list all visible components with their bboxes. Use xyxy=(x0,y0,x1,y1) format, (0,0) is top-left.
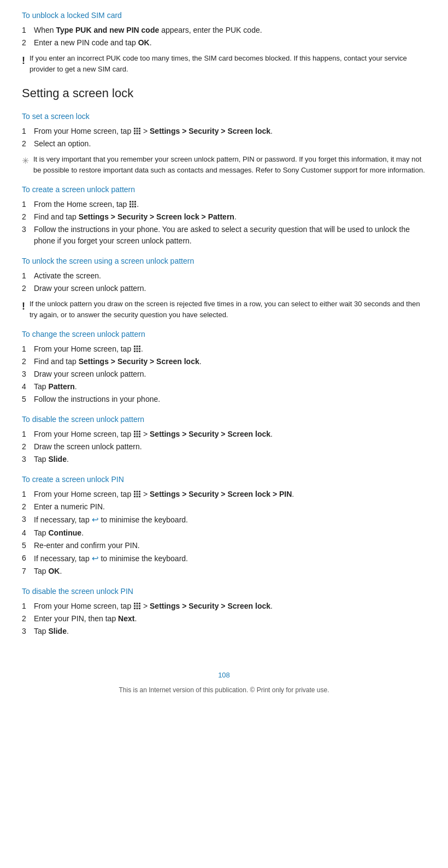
svg-rect-44 xyxy=(139,496,140,497)
svg-rect-7 xyxy=(137,133,138,134)
create-pin-step-4: 4 Tap Continue. xyxy=(22,527,426,539)
svg-rect-47 xyxy=(139,603,140,604)
svg-rect-2 xyxy=(139,128,140,129)
svg-rect-52 xyxy=(137,608,138,609)
sim-heading: To unblock a locked SIM card xyxy=(22,10,426,21)
disable-pin-step-2: 2 Enter your PIN, then tap Next. xyxy=(22,613,426,625)
svg-rect-29 xyxy=(139,431,140,432)
create-pattern-step-2: 2 Find and tap Settings > Security > Scr… xyxy=(22,211,426,223)
svg-rect-6 xyxy=(134,133,135,134)
disable-pattern-step-3: 3 Tap Slide. xyxy=(22,454,426,465)
svg-rect-4 xyxy=(137,130,138,132)
change-pattern-steps: 1 From your Home screen, tap . 2 Find an… xyxy=(22,343,426,405)
create-pin-heading: To create a screen unlock PIN xyxy=(22,474,426,485)
grid-icon-6 xyxy=(133,602,141,610)
set-screen-lock-steps: 1 From your Home screen, tap > Settings … xyxy=(22,126,426,150)
svg-rect-19 xyxy=(137,346,138,347)
change-pattern-step-2: 2 Find and tap Settings > Security > Scr… xyxy=(22,356,426,367)
disable-pin-step-3: 3 Tap Slide. xyxy=(22,626,426,637)
grid-icon-3 xyxy=(133,345,141,353)
screen-lock-section-heading: Setting a screen lock xyxy=(22,84,426,102)
grid-icon xyxy=(133,127,141,135)
grid-icon-5 xyxy=(133,490,141,498)
set-screen-lock-heading: To set a screen lock xyxy=(22,111,426,122)
svg-rect-10 xyxy=(132,201,134,203)
svg-rect-37 xyxy=(137,491,138,492)
change-pattern-step-4: 4 Tap Pattern. xyxy=(22,381,426,393)
sim-step-2: 2 Enter a new PIN code and tap OK. xyxy=(22,37,426,49)
svg-rect-31 xyxy=(137,433,138,435)
svg-rect-51 xyxy=(134,608,135,609)
create-pin-step-7: 7 Tap OK. xyxy=(22,566,426,577)
exclaim-icon-2: ! xyxy=(22,299,25,314)
sim-step-2-text: Enter a new PIN code and tap OK. xyxy=(34,37,152,49)
svg-rect-25 xyxy=(137,350,138,352)
svg-rect-13 xyxy=(132,204,134,205)
set-screen-lock-note: ✳ It is very important that you remember… xyxy=(22,154,426,175)
svg-rect-11 xyxy=(134,201,136,203)
change-pattern-step-1: 1 From your Home screen, tap . xyxy=(22,343,426,355)
footer-copyright: This is an Internet version of this publ… xyxy=(22,685,426,695)
sim-steps-list: 1 When Type PUK and new PIN code appears… xyxy=(22,25,426,49)
svg-rect-9 xyxy=(129,201,131,203)
svg-rect-39 xyxy=(134,494,135,495)
svg-rect-35 xyxy=(139,436,140,437)
unlock-pattern-heading: To unlock the screen using a screen unlo… xyxy=(22,255,426,267)
sim-step-1-num: 1 xyxy=(22,25,34,36)
create-pin-step-2: 2 Enter a numeric PIN. xyxy=(22,501,426,513)
sim-note: ! If you enter an incorrect PUK code too… xyxy=(22,53,426,74)
change-pattern-step-3: 3 Draw your screen unlock pattern. xyxy=(22,368,426,380)
disable-pattern-steps: 1 From your Home screen, tap > Settings … xyxy=(22,429,426,465)
create-pin-step-3: 3 If necessary, tap ↩ to minimise the ke… xyxy=(22,514,426,526)
change-pattern-heading: To change the screen unlock pattern xyxy=(22,329,426,340)
disable-pin-steps: 1 From your Home screen, tap > Settings … xyxy=(22,601,426,637)
disable-pattern-step-2: 2 Draw the screen unlock pattern. xyxy=(22,441,426,453)
unlock-pattern-steps: 1 Activate the screen. 2 Draw your scree… xyxy=(22,270,426,294)
svg-rect-33 xyxy=(134,436,135,437)
svg-rect-20 xyxy=(139,346,140,347)
svg-rect-24 xyxy=(134,350,135,352)
sim-step-1-text: When Type PUK and new PIN code appears, … xyxy=(34,25,262,36)
create-pattern-steps: 1 From the Home screen, tap . 2 Find and… xyxy=(22,199,426,247)
svg-rect-43 xyxy=(137,496,138,497)
sim-note-text: If you enter an incorrect PUK code too m… xyxy=(30,53,426,74)
disable-pin-step-1: 1 From your Home screen, tap > Settings … xyxy=(22,601,426,612)
grid-icon-2 xyxy=(129,200,137,208)
sim-step-1: 1 When Type PUK and new PIN code appears… xyxy=(22,25,426,36)
create-pattern-heading: To create a screen unlock pattern xyxy=(22,184,426,195)
unlock-pattern-step-2: 2 Draw your screen unlock pattern. xyxy=(22,283,426,294)
svg-rect-17 xyxy=(134,206,136,207)
create-pin-steps: 1 From your Home screen, tap > Settings … xyxy=(22,489,426,577)
svg-rect-26 xyxy=(139,350,140,352)
svg-rect-42 xyxy=(134,496,135,497)
svg-rect-5 xyxy=(139,130,140,132)
svg-rect-50 xyxy=(139,605,140,607)
sim-step-2-num: 2 xyxy=(22,37,34,49)
unlock-pattern-note-text: If the unlock pattern you draw on the sc… xyxy=(30,299,426,320)
svg-rect-1 xyxy=(137,128,138,129)
create-pin-step-1: 1 From your Home screen, tap > Settings … xyxy=(22,489,426,500)
svg-rect-38 xyxy=(139,491,140,492)
create-pin-step-6: 6 If necessary, tap ↩ to minimise the ke… xyxy=(22,552,426,565)
svg-rect-15 xyxy=(129,206,131,207)
svg-rect-49 xyxy=(137,605,138,607)
svg-rect-46 xyxy=(137,603,138,604)
svg-rect-28 xyxy=(137,431,138,432)
svg-rect-16 xyxy=(132,206,134,207)
disable-pattern-step-1: 1 From your Home screen, tap > Settings … xyxy=(22,429,426,440)
bulb-icon: ✳ xyxy=(22,154,29,168)
svg-rect-27 xyxy=(134,431,135,432)
svg-rect-22 xyxy=(137,348,138,350)
unlock-pattern-note: ! If the unlock pattern you draw on the … xyxy=(22,299,426,320)
disable-pin-heading: To disable the screen unlock PIN xyxy=(22,586,426,597)
create-pattern-step-1: 1 From the Home screen, tap . xyxy=(22,199,426,210)
svg-rect-41 xyxy=(139,494,140,495)
disable-pattern-heading: To disable the screen unlock pattern xyxy=(22,414,426,425)
svg-rect-18 xyxy=(134,346,135,347)
svg-rect-32 xyxy=(139,433,140,435)
svg-rect-21 xyxy=(134,348,135,350)
unlock-pattern-step-1: 1 Activate the screen. xyxy=(22,270,426,282)
create-pin-step-5: 5 Re-enter and confirm your PIN. xyxy=(22,540,426,551)
svg-rect-36 xyxy=(134,491,135,492)
svg-rect-12 xyxy=(129,204,131,205)
